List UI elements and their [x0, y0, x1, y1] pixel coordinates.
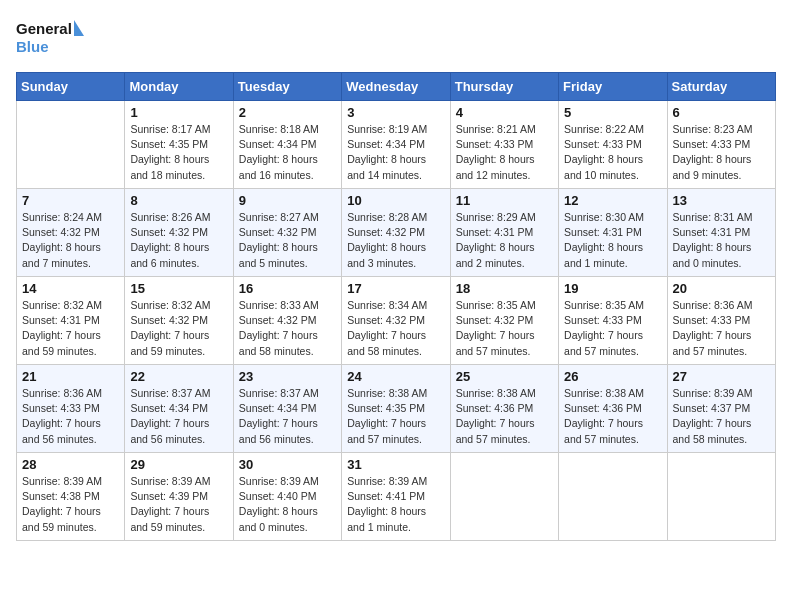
day-info: Sunrise: 8:39 AM Sunset: 4:37 PM Dayligh… — [673, 386, 770, 447]
day-number: 30 — [239, 457, 336, 472]
header-cell-saturday: Saturday — [667, 73, 775, 101]
svg-text:General: General — [16, 20, 72, 37]
day-number: 4 — [456, 105, 553, 120]
day-cell: 22Sunrise: 8:37 AM Sunset: 4:34 PM Dayli… — [125, 365, 233, 453]
day-info: Sunrise: 8:17 AM Sunset: 4:35 PM Dayligh… — [130, 122, 227, 183]
day-number: 20 — [673, 281, 770, 296]
day-cell: 5Sunrise: 8:22 AM Sunset: 4:33 PM Daylig… — [559, 101, 667, 189]
day-number: 2 — [239, 105, 336, 120]
day-number: 17 — [347, 281, 444, 296]
day-number: 18 — [456, 281, 553, 296]
day-info: Sunrise: 8:24 AM Sunset: 4:32 PM Dayligh… — [22, 210, 119, 271]
day-cell: 20Sunrise: 8:36 AM Sunset: 4:33 PM Dayli… — [667, 277, 775, 365]
day-cell: 28Sunrise: 8:39 AM Sunset: 4:38 PM Dayli… — [17, 453, 125, 541]
day-cell: 8Sunrise: 8:26 AM Sunset: 4:32 PM Daylig… — [125, 189, 233, 277]
week-row: 28Sunrise: 8:39 AM Sunset: 4:38 PM Dayli… — [17, 453, 776, 541]
day-cell: 2Sunrise: 8:18 AM Sunset: 4:34 PM Daylig… — [233, 101, 341, 189]
day-cell — [559, 453, 667, 541]
day-info: Sunrise: 8:36 AM Sunset: 4:33 PM Dayligh… — [673, 298, 770, 359]
day-cell: 11Sunrise: 8:29 AM Sunset: 4:31 PM Dayli… — [450, 189, 558, 277]
day-cell: 13Sunrise: 8:31 AM Sunset: 4:31 PM Dayli… — [667, 189, 775, 277]
day-info: Sunrise: 8:35 AM Sunset: 4:32 PM Dayligh… — [456, 298, 553, 359]
day-cell: 19Sunrise: 8:35 AM Sunset: 4:33 PM Dayli… — [559, 277, 667, 365]
day-cell: 3Sunrise: 8:19 AM Sunset: 4:34 PM Daylig… — [342, 101, 450, 189]
day-info: Sunrise: 8:37 AM Sunset: 4:34 PM Dayligh… — [130, 386, 227, 447]
day-info: Sunrise: 8:37 AM Sunset: 4:34 PM Dayligh… — [239, 386, 336, 447]
day-cell: 29Sunrise: 8:39 AM Sunset: 4:39 PM Dayli… — [125, 453, 233, 541]
day-number: 29 — [130, 457, 227, 472]
day-cell: 1Sunrise: 8:17 AM Sunset: 4:35 PM Daylig… — [125, 101, 233, 189]
day-cell: 23Sunrise: 8:37 AM Sunset: 4:34 PM Dayli… — [233, 365, 341, 453]
day-info: Sunrise: 8:38 AM Sunset: 4:36 PM Dayligh… — [564, 386, 661, 447]
day-cell: 21Sunrise: 8:36 AM Sunset: 4:33 PM Dayli… — [17, 365, 125, 453]
day-cell: 25Sunrise: 8:38 AM Sunset: 4:36 PM Dayli… — [450, 365, 558, 453]
day-number: 6 — [673, 105, 770, 120]
day-info: Sunrise: 8:23 AM Sunset: 4:33 PM Dayligh… — [673, 122, 770, 183]
day-number: 7 — [22, 193, 119, 208]
day-cell: 6Sunrise: 8:23 AM Sunset: 4:33 PM Daylig… — [667, 101, 775, 189]
day-info: Sunrise: 8:33 AM Sunset: 4:32 PM Dayligh… — [239, 298, 336, 359]
day-number: 25 — [456, 369, 553, 384]
day-cell: 16Sunrise: 8:33 AM Sunset: 4:32 PM Dayli… — [233, 277, 341, 365]
day-info: Sunrise: 8:26 AM Sunset: 4:32 PM Dayligh… — [130, 210, 227, 271]
day-info: Sunrise: 8:28 AM Sunset: 4:32 PM Dayligh… — [347, 210, 444, 271]
day-info: Sunrise: 8:38 AM Sunset: 4:36 PM Dayligh… — [456, 386, 553, 447]
day-info: Sunrise: 8:18 AM Sunset: 4:34 PM Dayligh… — [239, 122, 336, 183]
header-cell-tuesday: Tuesday — [233, 73, 341, 101]
day-info: Sunrise: 8:29 AM Sunset: 4:31 PM Dayligh… — [456, 210, 553, 271]
day-info: Sunrise: 8:31 AM Sunset: 4:31 PM Dayligh… — [673, 210, 770, 271]
header-cell-sunday: Sunday — [17, 73, 125, 101]
day-info: Sunrise: 8:35 AM Sunset: 4:33 PM Dayligh… — [564, 298, 661, 359]
day-cell — [17, 101, 125, 189]
day-cell: 9Sunrise: 8:27 AM Sunset: 4:32 PM Daylig… — [233, 189, 341, 277]
day-info: Sunrise: 8:30 AM Sunset: 4:31 PM Dayligh… — [564, 210, 661, 271]
day-info: Sunrise: 8:21 AM Sunset: 4:33 PM Dayligh… — [456, 122, 553, 183]
day-number: 15 — [130, 281, 227, 296]
day-number: 1 — [130, 105, 227, 120]
day-number: 12 — [564, 193, 661, 208]
day-number: 3 — [347, 105, 444, 120]
svg-marker-2 — [74, 20, 84, 36]
day-cell: 27Sunrise: 8:39 AM Sunset: 4:37 PM Dayli… — [667, 365, 775, 453]
day-info: Sunrise: 8:38 AM Sunset: 4:35 PM Dayligh… — [347, 386, 444, 447]
day-cell: 7Sunrise: 8:24 AM Sunset: 4:32 PM Daylig… — [17, 189, 125, 277]
logo-svg: General Blue — [16, 16, 86, 60]
day-cell: 30Sunrise: 8:39 AM Sunset: 4:40 PM Dayli… — [233, 453, 341, 541]
header-cell-friday: Friday — [559, 73, 667, 101]
day-number: 31 — [347, 457, 444, 472]
day-info: Sunrise: 8:39 AM Sunset: 4:41 PM Dayligh… — [347, 474, 444, 535]
day-cell: 4Sunrise: 8:21 AM Sunset: 4:33 PM Daylig… — [450, 101, 558, 189]
day-cell: 15Sunrise: 8:32 AM Sunset: 4:32 PM Dayli… — [125, 277, 233, 365]
day-info: Sunrise: 8:32 AM Sunset: 4:32 PM Dayligh… — [130, 298, 227, 359]
day-number: 24 — [347, 369, 444, 384]
day-cell — [450, 453, 558, 541]
day-info: Sunrise: 8:19 AM Sunset: 4:34 PM Dayligh… — [347, 122, 444, 183]
day-number: 26 — [564, 369, 661, 384]
day-number: 13 — [673, 193, 770, 208]
logo: General Blue — [16, 16, 86, 60]
day-number: 19 — [564, 281, 661, 296]
day-number: 23 — [239, 369, 336, 384]
day-number: 27 — [673, 369, 770, 384]
day-info: Sunrise: 8:39 AM Sunset: 4:40 PM Dayligh… — [239, 474, 336, 535]
day-info: Sunrise: 8:36 AM Sunset: 4:33 PM Dayligh… — [22, 386, 119, 447]
day-number: 9 — [239, 193, 336, 208]
page-header: General Blue — [16, 16, 776, 60]
day-info: Sunrise: 8:39 AM Sunset: 4:39 PM Dayligh… — [130, 474, 227, 535]
day-cell: 12Sunrise: 8:30 AM Sunset: 4:31 PM Dayli… — [559, 189, 667, 277]
svg-text:Blue: Blue — [16, 38, 49, 55]
header-cell-thursday: Thursday — [450, 73, 558, 101]
day-number: 28 — [22, 457, 119, 472]
day-info: Sunrise: 8:27 AM Sunset: 4:32 PM Dayligh… — [239, 210, 336, 271]
day-number: 16 — [239, 281, 336, 296]
week-row: 1Sunrise: 8:17 AM Sunset: 4:35 PM Daylig… — [17, 101, 776, 189]
day-cell: 18Sunrise: 8:35 AM Sunset: 4:32 PM Dayli… — [450, 277, 558, 365]
day-number: 14 — [22, 281, 119, 296]
header-row: SundayMondayTuesdayWednesdayThursdayFrid… — [17, 73, 776, 101]
day-number: 8 — [130, 193, 227, 208]
week-row: 14Sunrise: 8:32 AM Sunset: 4:31 PM Dayli… — [17, 277, 776, 365]
calendar-table: SundayMondayTuesdayWednesdayThursdayFrid… — [16, 72, 776, 541]
week-row: 7Sunrise: 8:24 AM Sunset: 4:32 PM Daylig… — [17, 189, 776, 277]
day-info: Sunrise: 8:34 AM Sunset: 4:32 PM Dayligh… — [347, 298, 444, 359]
day-number: 21 — [22, 369, 119, 384]
